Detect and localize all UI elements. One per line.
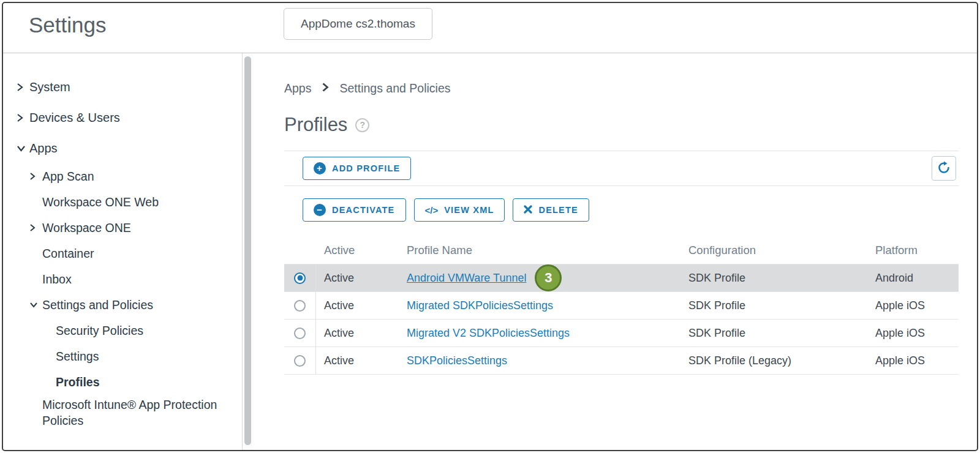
refresh-button[interactable] [932,156,956,181]
breadcrumb-apps[interactable]: Apps [284,81,311,95]
active-status: Active [316,299,401,312]
sidebar-item-settings[interactable]: Settings [3,343,242,369]
platform-value: Apple iOS [875,327,959,340]
active-status: Active [316,327,401,340]
platform-value: Android [875,272,959,285]
sidebar-item-label: Apps [29,141,242,155]
profile-name-link[interactable]: SDKPoliciesSettings [407,354,507,367]
deactivate-button[interactable]: − DEACTIVATE [303,198,406,222]
page-header: Settings AppDome cs2.thomas [3,3,977,53]
table-row[interactable]: Active Android VMWare Tunnel 3 SDK Profi… [284,264,959,292]
sidebar-scrollbar[interactable] [243,53,254,450]
configuration-value: SDK Profile (Legacy) [688,354,875,367]
table-row[interactable]: Active SDKPoliciesSettings SDK Profile (… [284,347,959,375]
chevron-right-icon [29,172,42,181]
row-radio-cell [284,264,316,291]
row-radio-cell [284,292,316,319]
main-content: Apps Settings and Policies Profiles ? + … [254,53,977,450]
sidebar-item-inbox[interactable]: Inbox [3,266,242,292]
table-row[interactable]: Active Migrated V2 SDKPoliciesSettings S… [284,320,959,347]
sidebar-item-apps[interactable]: Apps [3,133,242,163]
platform-value: Apple iOS [875,354,959,367]
selection-toolbar: − DEACTIVATE </> VIEW XML DELETE [284,198,959,222]
delete-label: DELETE [538,205,578,215]
minus-circle-icon: − [314,204,326,216]
active-status: Active [316,354,401,367]
sidebar-item-app-scan[interactable]: App Scan [3,163,242,189]
settings-sidebar: System Devices & Users Apps App Scan Wor… [3,53,242,450]
table-header-row: Active Profile Name Configuration Platfo… [284,236,959,264]
sidebar-item-system[interactable]: System [3,72,242,102]
help-icon[interactable]: ? [355,118,369,132]
chevron-right-icon [29,223,42,232]
sidebar-item-label: Devices & Users [29,111,242,125]
view-xml-button[interactable]: </> VIEW XML [414,198,505,222]
sidebar-item-devices-users[interactable]: Devices & Users [3,102,242,133]
configuration-value: SDK Profile [688,327,875,340]
active-status: Active [316,272,401,285]
sidebar-item-label: Inbox [42,272,242,286]
plus-circle-icon: + [314,162,326,174]
table-row[interactable]: Active Migrated SDKPoliciesSettings SDK … [284,292,959,320]
column-header-active: Active [316,244,401,257]
configuration-value: SDK Profile [688,299,875,312]
scrollbar-thumb[interactable] [244,56,251,445]
settings-window: Settings AppDome cs2.thomas System Devic… [2,2,978,451]
configuration-value: SDK Profile [688,272,875,285]
breadcrumb-chevron-icon [322,81,329,95]
sidebar-item-intune-app-protection[interactable]: Microsoft Intune® App Protection Policie… [3,395,242,429]
radio-selected[interactable] [294,272,306,284]
sidebar-item-label: Security Policies [56,324,242,338]
sidebar-item-settings-and-policies[interactable]: Settings and Policies [3,292,242,318]
sidebar-item-label: System [29,80,242,94]
sidebar-item-profiles[interactable]: Profiles [3,369,242,395]
column-header-configuration: Configuration [688,244,875,257]
chevron-down-icon [29,302,42,308]
chevron-down-icon [17,145,29,152]
deactivate-label: DEACTIVATE [332,205,395,215]
column-header-platform: Platform [875,244,959,257]
add-profile-button[interactable]: + ADD PROFILE [303,157,411,180]
organization-group-button[interactable]: AppDome cs2.thomas [284,8,432,40]
platform-value: Apple iOS [875,299,959,312]
profile-name-link[interactable]: Migrated SDKPoliciesSettings [407,299,553,312]
sidebar-item-label: Settings [56,350,242,364]
sidebar-item-workspace-one[interactable]: Workspace ONE [3,215,242,241]
sidebar-item-label: Workspace ONE Web [42,195,242,209]
chevron-right-icon [17,83,29,92]
profiles-page-title: Profiles [284,114,347,136]
sidebar-item-label: Settings and Policies [42,298,242,312]
chevron-right-icon [17,113,29,122]
radio-unselected[interactable] [294,328,306,339]
sidebar-item-label: Profiles [56,375,242,389]
breadcrumb: Apps Settings and Policies [284,81,959,95]
column-header-profile-name: Profile Name [401,244,688,257]
sidebar-item-workspace-one-web[interactable]: Workspace ONE Web [3,189,242,215]
sidebar-item-container[interactable]: Container [3,241,242,266]
view-xml-label: VIEW XML [444,205,494,215]
sidebar-item-label: App Scan [42,170,242,184]
breadcrumb-settings-and-policies[interactable]: Settings and Policies [339,81,450,95]
profile-name-link[interactable]: Android VMWare Tunnel [407,272,526,285]
annotation-step-badge: 3 [535,264,562,291]
add-profile-label: ADD PROFILE [332,163,400,173]
primary-toolbar: + ADD PROFILE [284,151,959,186]
page-title-settings: Settings [29,13,106,37]
refresh-icon [937,161,951,176]
radio-unselected[interactable] [294,355,306,367]
profiles-table: Active Profile Name Configuration Platfo… [284,236,959,375]
delete-button[interactable]: DELETE [513,198,589,222]
sidebar-item-security-policies[interactable]: Security Policies [3,318,242,343]
x-icon [524,205,532,215]
profile-name-link[interactable]: Migrated V2 SDKPoliciesSettings [407,327,570,340]
radio-unselected[interactable] [294,300,306,312]
row-radio-cell [284,320,316,346]
code-icon: </> [425,205,439,215]
row-radio-cell [284,347,316,374]
sidebar-item-label: Workspace ONE [42,221,242,235]
sidebar-item-label: Microsoft Intune® App Protection Policie… [42,397,238,429]
sidebar-item-label: Container [42,247,242,261]
